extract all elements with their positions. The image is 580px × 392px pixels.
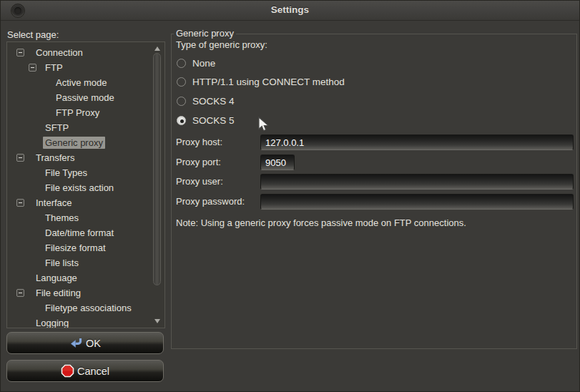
tree-item-sftp[interactable]: SFTP: [7, 120, 150, 135]
select-page-label: Select page:: [7, 29, 59, 40]
radio-unselected-icon[interactable]: [177, 59, 186, 68]
tree-item-themes[interactable]: Themes: [7, 210, 150, 225]
tree-item-generic-proxy[interactable]: Generic proxy: [7, 135, 150, 150]
radio-label: None: [192, 58, 215, 69]
proxy-note: Note: Using a generic proxy forces passi…: [176, 217, 466, 228]
tree-item-passive-mode[interactable]: Passive mode: [7, 90, 150, 105]
tree-item-label: Themes: [43, 212, 81, 224]
field-label: Proxy password:: [176, 196, 245, 207]
generic-proxy-groupbox: Generic proxy Type of generic proxy: Non…: [171, 34, 577, 349]
window-title: Settings: [1, 4, 579, 15]
return-arrow-icon: [69, 338, 83, 348]
settings-dialog: Settings Select page: ConnectionFTPActiv…: [0, 0, 580, 392]
tree-item-logging[interactable]: Logging: [7, 315, 150, 328]
type-of-proxy-label: Type of generic proxy:: [176, 39, 267, 50]
tree-item-label: Filetype associations: [43, 302, 134, 314]
tree-item-label: Active mode: [54, 77, 109, 89]
field-row-proxy-user-: Proxy user:: [172, 174, 576, 190]
stop-sign-icon: [61, 364, 74, 378]
field-row-proxy-host-: Proxy host:: [172, 134, 576, 150]
tree-item-label: Interface: [34, 197, 74, 209]
tree-item-label: Date/time format: [43, 227, 116, 239]
tree-item-transfers[interactable]: Transfers: [7, 150, 150, 165]
tree-item-label: Language: [34, 272, 79, 284]
radio-label: SOCKS 4: [192, 96, 235, 107]
proxy-port-input[interactable]: [260, 155, 295, 170]
tree-item-label: FTP: [43, 62, 65, 74]
radio-http-1-1-using-connect-method[interactable]: HTTP/1.1 using CONNECT method: [177, 76, 345, 89]
tree-item-filesize-format[interactable]: Filesize format: [7, 240, 150, 255]
tree-item-interface[interactable]: Interface: [7, 195, 150, 210]
tree-item-active-mode[interactable]: Active mode: [7, 75, 150, 90]
radio-unselected-icon[interactable]: [177, 97, 186, 106]
tree-item-label: Generic proxy: [43, 137, 105, 149]
tree-item-connection[interactable]: Connection: [7, 45, 150, 60]
tree-item-ftp-proxy[interactable]: FTP Proxy: [7, 105, 150, 120]
tree-item-language[interactable]: Language: [7, 270, 150, 285]
tree-item-label: File lists: [43, 257, 81, 269]
tree-item-label: Connection: [34, 46, 85, 59]
collapse-minus-icon[interactable]: [16, 154, 24, 162]
tree-item-label: File editing: [34, 287, 83, 299]
tree-item-file-editing[interactable]: File editing: [7, 285, 150, 300]
tree-item-label: FTP Proxy: [54, 107, 102, 119]
scroll-up-arrow-icon[interactable]: [154, 46, 160, 51]
field-label: Proxy host:: [176, 137, 222, 147]
radio-socks-5[interactable]: SOCKS 5: [177, 114, 235, 127]
tree-item-label: File Types: [43, 167, 89, 179]
radio-label: SOCKS 5: [192, 115, 235, 126]
collapse-minus-icon[interactable]: [29, 64, 36, 72]
collapse-minus-icon[interactable]: [16, 199, 24, 207]
tree-item-ftp[interactable]: FTP: [7, 60, 150, 75]
tree-scrollbar[interactable]: [151, 42, 164, 328]
title-bar[interactable]: Settings: [1, 1, 579, 21]
tree-item-filetype-associations[interactable]: Filetype associations: [7, 300, 150, 315]
scroll-down-arrow-icon[interactable]: [154, 319, 160, 323]
radio-none[interactable]: None: [177, 57, 215, 69]
tree-item-label: Passive mode: [54, 92, 117, 104]
radio-label: HTTP/1.1 using CONNECT method: [192, 77, 345, 87]
cancel-button[interactable]: Cancel: [6, 360, 164, 382]
field-row-proxy-port-: Proxy port:: [172, 155, 576, 170]
proxy-password-input[interactable]: [260, 194, 574, 210]
groupbox-legend: Generic proxy: [174, 28, 236, 39]
collapse-minus-icon[interactable]: [16, 49, 24, 57]
tree-item-file-types[interactable]: File Types: [7, 165, 150, 180]
tree-item-label: Filesize format: [43, 242, 108, 254]
radio-selected-icon[interactable]: [177, 116, 186, 125]
radio-socks-4[interactable]: SOCKS 4: [177, 94, 235, 107]
collapse-minus-icon[interactable]: [16, 289, 24, 297]
settings-page-tree[interactable]: ConnectionFTPActive modePassive modeFTP …: [6, 41, 165, 328]
tree-item-label: SFTP: [43, 122, 71, 134]
proxy-host-input[interactable]: [260, 134, 574, 150]
tree-item-label: File exists action: [43, 182, 116, 194]
ok-button[interactable]: OK: [6, 332, 164, 354]
tree-item-label: Transfers: [34, 152, 77, 164]
tree-item-date-time-format[interactable]: Date/time format: [7, 225, 150, 240]
ok-button-label: OK: [86, 338, 101, 349]
cancel-button-label: Cancel: [77, 366, 109, 377]
scrollbar-thumb[interactable]: [153, 53, 161, 285]
tree-item-file-exists-action[interactable]: File exists action: [7, 180, 150, 195]
proxy-user-input[interactable]: [260, 174, 574, 190]
radio-unselected-icon[interactable]: [177, 77, 186, 87]
field-row-proxy-password-: Proxy password:: [172, 194, 576, 210]
tree-item-file-lists[interactable]: File lists: [7, 255, 150, 270]
tree-item-label: Logging: [34, 317, 71, 328]
field-label: Proxy user:: [176, 176, 223, 187]
field-label: Proxy port:: [176, 157, 221, 167]
